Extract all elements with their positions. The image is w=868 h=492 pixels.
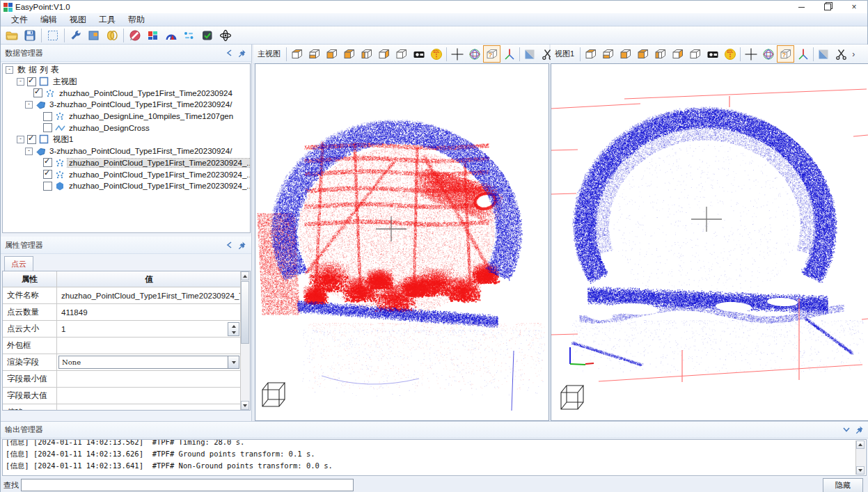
expander-icon[interactable]: - bbox=[25, 148, 33, 155]
collapse-left-icon[interactable] bbox=[223, 48, 235, 58]
tree-node-group[interactable]: - 3-zhuzhao_PointCloud_Type1First_Time20… bbox=[3, 145, 250, 157]
menu-tools[interactable]: 工具 bbox=[93, 13, 122, 27]
view-back-icon[interactable] bbox=[634, 45, 652, 63]
pointcloud-canvas-main[interactable] bbox=[255, 64, 549, 420]
compass-logo-button[interactable] bbox=[162, 26, 180, 44]
expander-icon[interactable]: - bbox=[17, 136, 24, 143]
view-front-icon[interactable] bbox=[617, 45, 634, 63]
view-top-icon[interactable] bbox=[582, 45, 599, 63]
expander-icon[interactable]: - bbox=[17, 78, 24, 86]
log-scrollbar[interactable] bbox=[855, 441, 865, 475]
orbit-rotate-button[interactable] bbox=[216, 26, 235, 44]
display-options-button[interactable] bbox=[180, 26, 198, 44]
tree-node-root[interactable]: - 数据列表 bbox=[3, 64, 250, 76]
view-top-icon[interactable] bbox=[288, 45, 306, 63]
save-button[interactable] bbox=[21, 26, 39, 44]
minimize-button[interactable] bbox=[788, 1, 814, 13]
tree-node-group[interactable]: - 3-zhuzhao_PointCloud_Type1First_Time20… bbox=[3, 99, 250, 111]
color-render-button[interactable] bbox=[144, 26, 162, 44]
lens-filter-button[interactable] bbox=[103, 26, 121, 44]
select-region-button[interactable] bbox=[44, 26, 62, 44]
visibility-checkbox[interactable] bbox=[43, 182, 52, 191]
visibility-checkbox[interactable] bbox=[43, 170, 52, 179]
menu-file[interactable]: 文件 bbox=[5, 13, 34, 27]
tree-node-designcross[interactable]: zhuzhao_DesignCross bbox=[3, 122, 250, 134]
restore-button[interactable] bbox=[814, 1, 841, 13]
svg-text:EDL: EDL bbox=[433, 49, 439, 53]
find-input[interactable] bbox=[21, 479, 354, 491]
visibility-checkbox[interactable] bbox=[33, 88, 42, 97]
expander-icon[interactable]: - bbox=[6, 66, 13, 74]
toolbar-overflow-icon[interactable]: › bbox=[850, 49, 857, 59]
scroll-down-icon[interactable] bbox=[241, 401, 249, 410]
view-left-icon[interactable] bbox=[652, 45, 669, 63]
orbit-view-icon[interactable] bbox=[466, 45, 483, 63]
pin-icon[interactable] bbox=[853, 425, 865, 435]
collapse-left-icon[interactable] bbox=[223, 240, 235, 250]
visibility-checkbox[interactable] bbox=[27, 77, 36, 86]
menu-view[interactable]: 视图 bbox=[63, 13, 93, 27]
visibility-checkbox[interactable] bbox=[43, 112, 52, 121]
visibility-checkbox[interactable] bbox=[27, 135, 36, 144]
settings-wrench-button[interactable] bbox=[67, 26, 85, 44]
visibility-checkbox[interactable] bbox=[43, 123, 52, 132]
axes-triad-icon[interactable] bbox=[794, 45, 812, 63]
menu-edit[interactable]: 编辑 bbox=[34, 13, 63, 27]
tab-pointcloud[interactable]: 点云 bbox=[4, 256, 33, 271]
tree-node-pointcloud[interactable]: zhuzhao_PointCloud_Type1First_Time202309… bbox=[3, 157, 250, 169]
render-field-dropdown[interactable]: None bbox=[58, 356, 239, 369]
point-size-value[interactable]: 1 bbox=[61, 325, 65, 333]
table-scrollbar[interactable] bbox=[240, 271, 250, 410]
apply-check-button[interactable] bbox=[198, 26, 216, 44]
window-layout-button[interactable] bbox=[85, 26, 103, 44]
full-extent-icon[interactable] bbox=[448, 45, 466, 63]
pin-icon[interactable] bbox=[236, 240, 247, 250]
open-file-button[interactable] bbox=[3, 26, 21, 44]
edl-shading-icon[interactable]: EDL bbox=[427, 45, 445, 63]
view-right-icon[interactable] bbox=[669, 45, 686, 63]
dropdown-arrow-icon[interactable] bbox=[228, 356, 239, 368]
view-right-icon[interactable] bbox=[375, 45, 393, 63]
scroll-up-icon[interactable] bbox=[241, 271, 249, 280]
menu-help[interactable]: 帮助 bbox=[122, 13, 151, 27]
table-row: 渲染字段 None bbox=[3, 354, 250, 371]
view-front-icon[interactable] bbox=[323, 45, 340, 63]
tree-node-designline[interactable]: zhuzhao_DesignLine_10mpiles_Time1207gen bbox=[3, 111, 250, 122]
clip-plane-icon[interactable] bbox=[521, 45, 539, 63]
view-back-icon[interactable] bbox=[340, 45, 358, 63]
edl-shading-icon[interactable]: EDL bbox=[721, 45, 739, 63]
tree-node-pointcloud[interactable]: zhuzhao_PointCloud_Type1First_Time202309… bbox=[3, 168, 250, 180]
tree-node-mesh[interactable]: zhuzhao_PointCloud_Type1First_Time202309… bbox=[3, 180, 250, 192]
table-row: 点云数量 411849 bbox=[3, 304, 250, 321]
tree-node-mainview[interactable]: - 主视图 bbox=[3, 76, 250, 88]
hide-button[interactable]: 隐藏 bbox=[823, 478, 863, 492]
view-left-icon[interactable] bbox=[358, 45, 375, 63]
cross-section-icon[interactable] bbox=[833, 45, 850, 63]
tree-node-view1[interactable]: - 视图1 bbox=[3, 134, 250, 145]
view-iso-icon[interactable] bbox=[686, 45, 704, 63]
point-size-stepper[interactable] bbox=[228, 322, 239, 336]
full-extent-icon[interactable] bbox=[742, 45, 759, 63]
edit-disabled-button[interactable] bbox=[126, 26, 144, 44]
snapshot-camera-icon[interactable] bbox=[704, 45, 721, 63]
pick-help-icon[interactable]: ? bbox=[483, 45, 500, 63]
view-iso-icon[interactable] bbox=[393, 45, 410, 63]
expander-icon[interactable]: - bbox=[25, 101, 33, 109]
pointcloud-canvas-view1[interactable] bbox=[551, 64, 868, 420]
visibility-checkbox[interactable] bbox=[43, 158, 52, 167]
clip-plane-icon[interactable] bbox=[815, 45, 833, 63]
orbit-view-icon[interactable] bbox=[759, 45, 777, 63]
view-bottom-icon[interactable] bbox=[599, 45, 617, 63]
chevron-down-icon[interactable] bbox=[841, 425, 852, 435]
pick-help-icon[interactable]: ? bbox=[777, 45, 794, 63]
pin-icon[interactable] bbox=[236, 48, 247, 58]
snapshot-camera-icon[interactable] bbox=[410, 45, 427, 63]
close-button[interactable]: × bbox=[841, 1, 867, 13]
viewport1-main-view[interactable] bbox=[255, 63, 549, 421]
axes-triad-icon[interactable] bbox=[500, 45, 518, 63]
tree-node-pointcloud[interactable]: zhuzhao_PointCloud_Type1First_Time202309… bbox=[3, 87, 250, 99]
app-logo-icon bbox=[3, 3, 13, 12]
viewport2-view1[interactable] bbox=[551, 63, 868, 421]
view-bottom-icon[interactable] bbox=[306, 45, 323, 63]
log-output[interactable]: [信息] [2024-01-11 14:02:13.562] #TPF# Tim… bbox=[2, 439, 867, 476]
